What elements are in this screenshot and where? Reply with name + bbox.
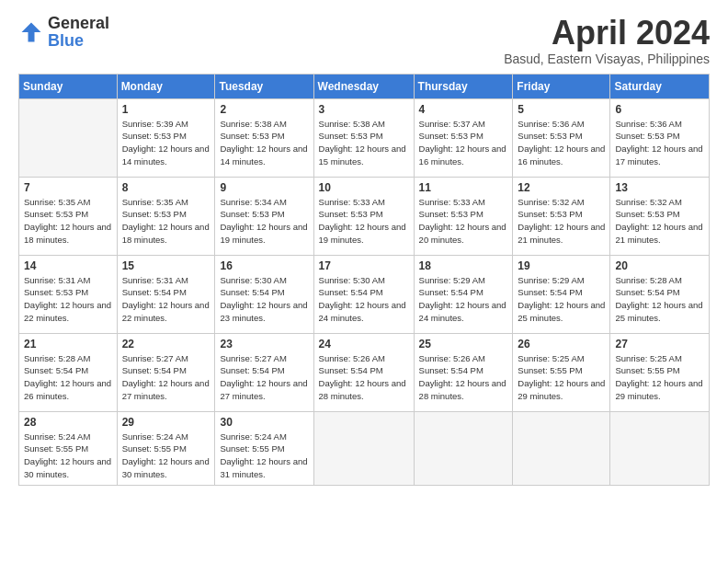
day-info: Sunrise: 5:29 AMSunset: 5:54 PMDaylight:… bbox=[419, 274, 508, 325]
day-info: Sunrise: 5:26 AMSunset: 5:54 PMDaylight:… bbox=[319, 352, 409, 403]
calendar-cell: 29Sunrise: 5:24 AMSunset: 5:55 PMDayligh… bbox=[117, 411, 215, 485]
day-info: Sunrise: 5:31 AMSunset: 5:53 PMDaylight:… bbox=[24, 274, 112, 325]
day-number: 28 bbox=[24, 416, 112, 429]
day-number: 14 bbox=[24, 259, 112, 272]
calendar-cell: 3Sunrise: 5:38 AMSunset: 5:53 PMDaylight… bbox=[313, 98, 414, 177]
day-info: Sunrise: 5:34 AMSunset: 5:53 PMDaylight:… bbox=[220, 196, 308, 247]
day-info: Sunrise: 5:33 AMSunset: 5:53 PMDaylight:… bbox=[419, 196, 508, 247]
day-info: Sunrise: 5:39 AMSunset: 5:53 PMDaylight:… bbox=[122, 118, 210, 168]
calendar-cell bbox=[19, 98, 118, 177]
calendar-cell bbox=[313, 411, 414, 485]
day-info: Sunrise: 5:29 AMSunset: 5:54 PMDaylight:… bbox=[518, 274, 605, 325]
day-number: 16 bbox=[220, 259, 308, 272]
day-number: 22 bbox=[122, 338, 210, 350]
calendar-cell: 10Sunrise: 5:33 AMSunset: 5:53 PMDayligh… bbox=[313, 177, 414, 255]
calendar-cell: 16Sunrise: 5:30 AMSunset: 5:54 PMDayligh… bbox=[215, 255, 313, 333]
calendar-cell: 18Sunrise: 5:29 AMSunset: 5:54 PMDayligh… bbox=[414, 255, 513, 333]
logo: General Blue bbox=[18, 15, 109, 50]
day-info: Sunrise: 5:31 AMSunset: 5:54 PMDaylight:… bbox=[122, 274, 210, 325]
day-info: Sunrise: 5:24 AMSunset: 5:55 PMDaylight:… bbox=[220, 431, 308, 481]
day-info: Sunrise: 5:25 AMSunset: 5:55 PMDaylight:… bbox=[615, 352, 704, 403]
day-info: Sunrise: 5:37 AMSunset: 5:53 PMDaylight:… bbox=[419, 118, 508, 168]
day-number: 20 bbox=[615, 259, 704, 272]
day-info: Sunrise: 5:38 AMSunset: 5:53 PMDaylight:… bbox=[220, 118, 308, 168]
day-info: Sunrise: 5:36 AMSunset: 5:53 PMDaylight:… bbox=[615, 118, 704, 168]
calendar-cell bbox=[414, 411, 513, 485]
logo-blue: Blue bbox=[48, 31, 84, 50]
logo-general: General bbox=[48, 14, 109, 32]
weekday-header-row: SundayMondayTuesdayWednesdayThursdayFrid… bbox=[19, 74, 710, 98]
day-info: Sunrise: 5:30 AMSunset: 5:54 PMDaylight:… bbox=[319, 274, 409, 325]
day-info: Sunrise: 5:35 AMSunset: 5:53 PMDaylight:… bbox=[24, 196, 112, 247]
month-title: April 2024 bbox=[504, 15, 710, 52]
day-number: 13 bbox=[615, 181, 704, 194]
week-row: 14Sunrise: 5:31 AMSunset: 5:53 PMDayligh… bbox=[19, 255, 710, 333]
day-number: 3 bbox=[319, 103, 409, 116]
day-number: 25 bbox=[419, 338, 508, 350]
calendar-cell: 27Sunrise: 5:25 AMSunset: 5:55 PMDayligh… bbox=[610, 333, 710, 411]
calendar-cell: 19Sunrise: 5:29 AMSunset: 5:54 PMDayligh… bbox=[513, 255, 610, 333]
calendar-cell: 22Sunrise: 5:27 AMSunset: 5:54 PMDayligh… bbox=[117, 333, 215, 411]
calendar-cell: 17Sunrise: 5:30 AMSunset: 5:54 PMDayligh… bbox=[313, 255, 414, 333]
day-info: Sunrise: 5:32 AMSunset: 5:53 PMDaylight:… bbox=[518, 196, 605, 247]
day-number: 15 bbox=[122, 259, 210, 272]
calendar-table: SundayMondayTuesdayWednesdayThursdayFrid… bbox=[18, 74, 710, 486]
day-info: Sunrise: 5:38 AMSunset: 5:53 PMDaylight:… bbox=[319, 118, 409, 168]
calendar-cell bbox=[610, 411, 710, 485]
weekday-header: Saturday bbox=[610, 74, 710, 98]
calendar-cell: 30Sunrise: 5:24 AMSunset: 5:55 PMDayligh… bbox=[215, 411, 313, 485]
week-row: 1Sunrise: 5:39 AMSunset: 5:53 PMDaylight… bbox=[19, 98, 710, 177]
location-subtitle: Basud, Eastern Visayas, Philippines bbox=[504, 52, 710, 66]
day-info: Sunrise: 5:32 AMSunset: 5:53 PMDaylight:… bbox=[615, 196, 704, 247]
calendar-cell: 11Sunrise: 5:33 AMSunset: 5:53 PMDayligh… bbox=[414, 177, 513, 255]
weekday-header: Tuesday bbox=[215, 74, 313, 98]
day-number: 30 bbox=[220, 416, 308, 429]
svg-marker-0 bbox=[22, 23, 41, 42]
day-info: Sunrise: 5:36 AMSunset: 5:53 PMDaylight:… bbox=[518, 118, 605, 168]
day-number: 19 bbox=[518, 259, 605, 272]
day-info: Sunrise: 5:28 AMSunset: 5:54 PMDaylight:… bbox=[24, 352, 112, 403]
week-row: 21Sunrise: 5:28 AMSunset: 5:54 PMDayligh… bbox=[19, 333, 710, 411]
day-number: 27 bbox=[615, 338, 704, 350]
logo-text: General Blue bbox=[48, 15, 109, 50]
day-info: Sunrise: 5:24 AMSunset: 5:55 PMDaylight:… bbox=[122, 431, 210, 481]
calendar-cell: 25Sunrise: 5:26 AMSunset: 5:54 PMDayligh… bbox=[414, 333, 513, 411]
day-info: Sunrise: 5:30 AMSunset: 5:54 PMDaylight:… bbox=[220, 274, 308, 325]
title-block: April 2024 Basud, Eastern Visayas, Phili… bbox=[504, 15, 710, 66]
day-number: 26 bbox=[518, 338, 605, 350]
day-number: 23 bbox=[220, 338, 308, 350]
calendar-cell: 14Sunrise: 5:31 AMSunset: 5:53 PMDayligh… bbox=[19, 255, 118, 333]
calendar-cell: 1Sunrise: 5:39 AMSunset: 5:53 PMDaylight… bbox=[117, 98, 215, 177]
calendar-cell: 5Sunrise: 5:36 AMSunset: 5:53 PMDaylight… bbox=[513, 98, 610, 177]
day-info: Sunrise: 5:28 AMSunset: 5:54 PMDaylight:… bbox=[615, 274, 704, 325]
day-number: 4 bbox=[419, 103, 508, 116]
calendar-cell: 26Sunrise: 5:25 AMSunset: 5:55 PMDayligh… bbox=[513, 333, 610, 411]
weekday-header: Monday bbox=[117, 74, 215, 98]
day-number: 10 bbox=[319, 181, 409, 194]
calendar-cell: 24Sunrise: 5:26 AMSunset: 5:54 PMDayligh… bbox=[313, 333, 414, 411]
week-row: 28Sunrise: 5:24 AMSunset: 5:55 PMDayligh… bbox=[19, 411, 710, 485]
day-number: 6 bbox=[615, 103, 704, 116]
day-info: Sunrise: 5:27 AMSunset: 5:54 PMDaylight:… bbox=[122, 352, 210, 403]
day-number: 9 bbox=[220, 181, 308, 194]
calendar-cell: 7Sunrise: 5:35 AMSunset: 5:53 PMDaylight… bbox=[19, 177, 118, 255]
day-number: 1 bbox=[122, 103, 210, 116]
calendar-cell: 9Sunrise: 5:34 AMSunset: 5:53 PMDaylight… bbox=[215, 177, 313, 255]
calendar-cell: 12Sunrise: 5:32 AMSunset: 5:53 PMDayligh… bbox=[513, 177, 610, 255]
day-info: Sunrise: 5:33 AMSunset: 5:53 PMDaylight:… bbox=[319, 196, 409, 247]
day-number: 2 bbox=[220, 103, 308, 116]
day-number: 7 bbox=[24, 181, 112, 194]
day-number: 11 bbox=[419, 181, 508, 194]
day-number: 5 bbox=[518, 103, 605, 116]
day-number: 29 bbox=[122, 416, 210, 429]
day-info: Sunrise: 5:35 AMSunset: 5:53 PMDaylight:… bbox=[122, 196, 210, 247]
calendar-cell: 8Sunrise: 5:35 AMSunset: 5:53 PMDaylight… bbox=[117, 177, 215, 255]
day-info: Sunrise: 5:27 AMSunset: 5:54 PMDaylight:… bbox=[220, 352, 308, 403]
day-number: 21 bbox=[24, 338, 112, 350]
weekday-header: Thursday bbox=[414, 74, 513, 98]
day-number: 18 bbox=[419, 259, 508, 272]
day-info: Sunrise: 5:26 AMSunset: 5:54 PMDaylight:… bbox=[419, 352, 508, 403]
calendar-cell: 20Sunrise: 5:28 AMSunset: 5:54 PMDayligh… bbox=[610, 255, 710, 333]
logo-icon bbox=[18, 19, 44, 45]
week-row: 7Sunrise: 5:35 AMSunset: 5:53 PMDaylight… bbox=[19, 177, 710, 255]
